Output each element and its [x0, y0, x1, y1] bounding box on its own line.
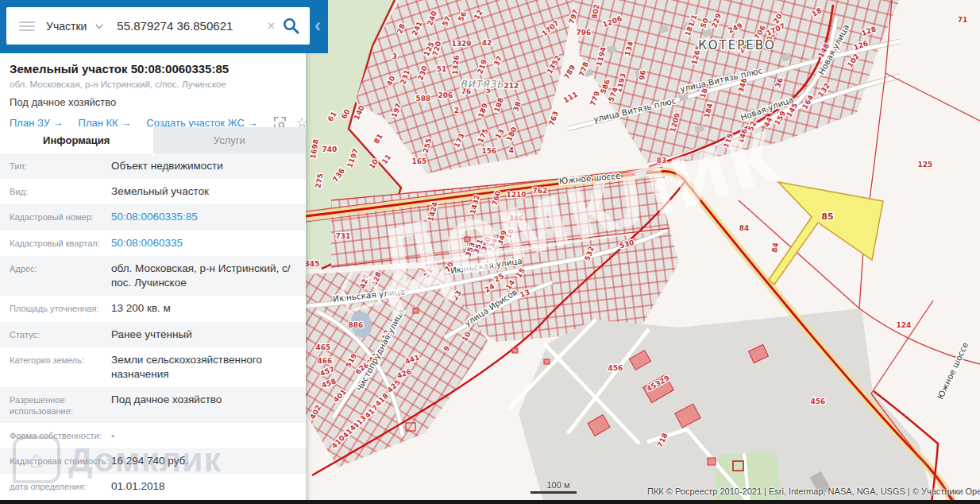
search-box: Участки ✕	[6, 7, 310, 45]
info-row: Форма собственности:-	[0, 423, 306, 448]
parcel-label: 42	[482, 39, 492, 47]
info-value: 13 200 кв. м	[111, 301, 298, 316]
info-value: Ранее учтенный	[111, 328, 298, 342]
parcel-label: 206	[438, 91, 453, 99]
info-link[interactable]: 50:08:0060335:85	[111, 210, 298, 224]
parcel-label: 156	[482, 147, 497, 155]
info-row: Кадастровая стоимость:16 294 740 руб.	[0, 448, 306, 474]
info-row: Тип:Объект недвижимости	[0, 153, 306, 179]
parcel-label: 588	[416, 95, 431, 103]
search-input[interactable]	[115, 18, 260, 33]
info-row: Площадь уточненная:13 200 кв. м	[0, 296, 306, 321]
parcel-label: 3	[392, 52, 397, 60]
info-label: Кадастровый номер:	[10, 210, 111, 224]
app-window: 7401197736275169810118161601401972255165…	[0, 0, 980, 504]
parcel-label: 84	[739, 224, 750, 232]
collapse-panel-button[interactable]: ‹	[314, 14, 321, 37]
parcel-label: 346	[509, 215, 524, 223]
search-header: Участки ✕	[0, 0, 328, 53]
parcel-label: 71	[958, 16, 968, 24]
info-panel: Земельный участок 50:08:0060335:85 обл. …	[0, 0, 306, 504]
bottom-bar	[0, 500, 980, 504]
parcel-label: 456	[811, 397, 826, 405]
cadastral-map[interactable]: 7401197736275169810118161601401972255165…	[306, 0, 980, 504]
parcel-address-subtitle: обл. Московская, р-н Истринский, с/пос. …	[10, 79, 296, 89]
info-label: Кадастровый квартал:	[10, 236, 111, 250]
info-value: 01.01.2018	[111, 479, 298, 494]
info-value: обл. Московская, р-н Истринский, с/пос. …	[111, 262, 298, 290]
info-label: Тип:	[10, 159, 111, 173]
info-table: Тип:Объект недвижимостиВид:Земельный уча…	[0, 153, 306, 499]
parcel-label: 83	[657, 157, 667, 165]
parcel-label: 1329	[451, 40, 471, 48]
panel-tabs: ИнформацияУслуги	[0, 127, 306, 153]
search-category-select[interactable]: Участки	[46, 20, 87, 33]
info-row: Адрес:обл. Московская, р-н Истринский, с…	[0, 256, 306, 296]
parcel-label: 212	[504, 82, 519, 90]
info-label: Категория земель:	[10, 353, 111, 382]
chevron-down-icon[interactable]	[95, 19, 104, 33]
info-row: Кадастровый квартал:50:08:0060335	[0, 231, 306, 256]
parcel-label: 4	[509, 146, 514, 154]
parcel-label: 796	[577, 29, 592, 37]
parcel-title: Земельный участок 50:08:0060335:85	[10, 62, 296, 76]
parcel-label: 1210	[506, 191, 526, 199]
parcel-label: 731	[336, 232, 351, 240]
clear-search-icon[interactable]: ✕	[260, 20, 282, 32]
parcel-label: 124	[897, 321, 912, 329]
info-label: Разрешенное использование:	[10, 393, 111, 417]
parcel-label: 2	[454, 107, 459, 114]
info-row: Кадастровый номер:50:08:0060335:85	[0, 204, 306, 230]
info-value: Под дачное хозяйство	[111, 393, 298, 417]
info-label: Статус:	[10, 328, 111, 342]
info-label: Адрес:	[10, 262, 111, 290]
parcel-label: 51	[437, 65, 447, 73]
parcel-label: 456	[608, 364, 623, 372]
info-label: Кадастровая стоимость:	[10, 454, 111, 468]
map-attribution: ПКК © Росреестр 2010-2021 | Esri, Interm…	[647, 487, 980, 496]
parcel-label: 125	[918, 161, 933, 169]
info-value: Земельный участок	[111, 184, 298, 199]
info-row: Разрешенное использование:Под дачное хоз…	[0, 387, 306, 423]
info-row: Категория земель:Земли сельскохозяйствен…	[0, 347, 306, 387]
info-value: 16 294 740 руб.	[111, 454, 298, 468]
map-canvas: 7401197736275169810118161601401972255165…	[306, 0, 980, 504]
info-value: Земли сельскохозяйственного назначения	[111, 353, 298, 382]
tab-1[interactable]: Услуги	[153, 127, 307, 153]
info-label: дата определения:	[10, 479, 111, 494]
info-value: -	[111, 428, 298, 443]
menu-icon[interactable]	[19, 19, 35, 33]
parcel-label: 345	[306, 260, 319, 268]
info-row: Вид:Земельный участок	[0, 179, 306, 204]
parcel-label: 886	[349, 321, 364, 329]
parcel-usage: Под дачное хозяйство	[10, 96, 296, 108]
tab-0[interactable]: Информация	[0, 127, 153, 153]
parcel-label: 165	[412, 157, 427, 165]
info-label: Вид:	[10, 184, 111, 199]
info-label: Площадь уточненная:	[10, 301, 111, 316]
info-row: Статус:Ранее учтенный	[0, 322, 306, 347]
highlighted-parcel-label: 85	[821, 211, 833, 222]
info-label: Форма собственности:	[10, 428, 111, 443]
district-label: ВИТЯЗЬ	[461, 79, 504, 90]
parcel-label: 465	[316, 343, 331, 351]
town-label: КОТЕРЕВО	[698, 38, 776, 52]
parcel-label: 762	[533, 187, 548, 195]
info-link[interactable]: 50:08:0060335	[111, 236, 298, 250]
parcel-label: 466	[318, 357, 333, 365]
info-value: Объект недвижимости	[111, 159, 298, 173]
scale-line	[531, 491, 577, 494]
scale-label: 100 м	[531, 480, 586, 490]
map-scale-bar: 100 м	[531, 480, 586, 494]
search-icon[interactable]	[282, 17, 300, 35]
info-row: дата определения:01.01.2018	[0, 474, 306, 499]
parcel-label: 740	[322, 145, 338, 153]
